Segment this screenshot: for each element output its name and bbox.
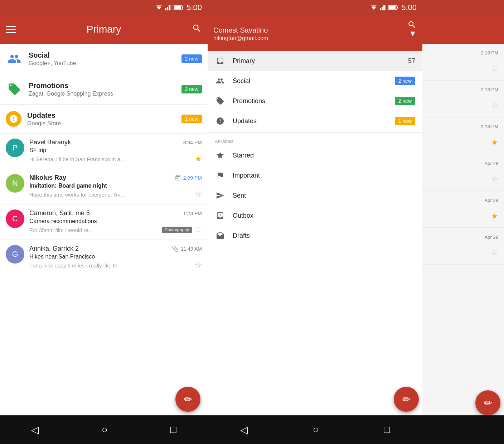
partial-fab-icon: ✏: [484, 397, 492, 409]
preview-row-cameron: For 35mm film I would re... Photography …: [29, 225, 202, 235]
svg-rect-12: [382, 7, 383, 10]
partial-email-4: Apr 28 ☆: [422, 154, 504, 191]
wifi-icon: [155, 5, 163, 10]
social-name: Social: [29, 51, 176, 59]
svg-rect-8: [174, 6, 181, 9]
right-home-button[interactable]: ○: [313, 424, 319, 435]
label-drafts: Drafts: [233, 232, 415, 240]
label-promotions: Promotions: [233, 97, 388, 105]
star-pavel[interactable]: ★: [195, 154, 202, 164]
category-social[interactable]: Social Google+, YouTube 2 new: [0, 44, 208, 74]
compose-fab[interactable]: ✏: [175, 387, 200, 412]
hamburger-menu[interactable]: [6, 26, 16, 33]
drawer-item-updates[interactable]: Updates 1 new: [208, 111, 422, 131]
svg-rect-7: [182, 6, 183, 9]
sender-nikolus: Nikolus Ray: [29, 174, 66, 182]
subject-annika: Hikes near San Francisco: [29, 254, 202, 260]
partial-email-1: 2:13 PM ☆: [422, 44, 504, 80]
email-header-cameron: Cameron, Salit, me 5 1:23 PM: [29, 209, 202, 217]
email-pavel[interactable]: P Pavel Baranyk 3:34 PM SF trip Hi Seren…: [0, 134, 208, 169]
drawer-item-primary[interactable]: Primary 57: [208, 51, 422, 71]
drawer-item-promotions[interactable]: Promotions 2 new: [208, 91, 422, 111]
drawer-promotions-icon: [215, 97, 226, 105]
right-compose-fab[interactable]: ✏: [394, 387, 419, 412]
drafts-icon: [215, 231, 226, 240]
email-cameron[interactable]: C Cameron, Salit, me 5 1:23 PM Camera re…: [0, 204, 208, 240]
partial-fab: ✏: [475, 390, 500, 415]
right-back-button[interactable]: ◁: [240, 424, 248, 436]
star-cameron[interactable]: ☆: [195, 225, 202, 235]
partial-time-4: Apr 28: [485, 161, 498, 166]
toolbar-title: Primary: [87, 24, 121, 35]
star-annika[interactable]: ☆: [195, 261, 202, 270]
sent-icon: [215, 191, 226, 200]
right-wifi-icon: [370, 5, 378, 10]
subject-cameron: Camera recommendations: [29, 218, 202, 225]
updates-name: Updates: [27, 111, 176, 120]
social-icon-wrap: [6, 50, 23, 67]
label-photography: Photography: [162, 227, 192, 233]
right-status-icons: [370, 5, 398, 10]
drawer-social-badge: 2 new: [395, 77, 415, 85]
updates-badge: 1 new: [181, 115, 202, 123]
partial-email-5: Apr 28 ★: [422, 191, 504, 228]
label-primary: Primary: [233, 57, 401, 65]
category-promotions[interactable]: Promotions Zagat, Google Shopping Expres…: [0, 74, 208, 105]
partial-star-4[interactable]: ☆: [491, 175, 498, 184]
partial-star-5[interactable]: ★: [491, 212, 498, 221]
drawer-item-starred[interactable]: Starred: [208, 145, 422, 165]
email-content-annika: Annika, Garrick 2 📎 11:49 AM Hikes near …: [29, 245, 202, 270]
drawer-item-outbox[interactable]: Outbox: [208, 206, 422, 226]
email-nikolus[interactable]: N Nikolus Ray 2:09 PM Invitation: Board …: [0, 169, 208, 204]
label-outbox: Outbox: [233, 212, 415, 219]
drawer-item-sent[interactable]: Sent: [208, 185, 422, 206]
left-nav-bar: ◁ ○ □: [0, 415, 208, 444]
recents-button[interactable]: □: [170, 424, 176, 435]
partial-fab-btn[interactable]: ✏: [475, 390, 500, 415]
home-button[interactable]: ○: [102, 424, 108, 435]
partial-email-panel: 2:13 PM ☆ 2:13 PM ☆ 2:13 PM ★ Apr 28: [422, 0, 504, 444]
email-list: Social Google+, YouTube 2 new Promotions…: [0, 44, 208, 415]
drawer-item-social[interactable]: Social 2 new: [208, 71, 422, 91]
right-phone-panel: 5:00 Comest Savatino hikingfan@gmail.com…: [208, 0, 422, 444]
label-social: Social: [233, 77, 388, 85]
promotions-badge: 2 new: [181, 85, 202, 93]
sender-annika: Annika, Garrick 2: [29, 245, 79, 252]
promotions-content: Promotions Zagat, Google Shopping Expres…: [29, 82, 176, 97]
updates-content: Updates Google Store: [27, 111, 176, 127]
label-updates: Updates: [233, 117, 388, 125]
email-annika[interactable]: G Annika, Garrick 2 📎 11:49 AM Hikes nea…: [0, 240, 208, 275]
svg-rect-16: [397, 6, 398, 9]
right-signal-icon: [380, 5, 386, 10]
partial-email-6: Apr 28 ☆: [422, 228, 504, 265]
time-cameron: 1:23 PM: [183, 211, 202, 216]
category-updates[interactable]: Updates Google Store 1 new: [0, 105, 208, 134]
back-button[interactable]: ◁: [31, 424, 39, 436]
email-header-annika: Annika, Garrick 2 📎 11:49 AM: [29, 245, 202, 252]
preview-row-annika: For a nice easy 5 miles I really like th…: [29, 261, 202, 270]
all-labels-section: All labels: [208, 134, 422, 145]
left-time: 5:00: [186, 3, 202, 12]
drawer-content: Primary 57 Social 2 new Promotions 2 new: [208, 51, 422, 415]
drawer-item-drafts[interactable]: Drafts: [208, 226, 422, 246]
preview-nikolus: Hope this time works for everyone. I'm..…: [29, 192, 192, 198]
drawer-divider: [208, 132, 422, 133]
star-nikolus[interactable]: ☆: [195, 190, 202, 199]
right-search-button[interactable]: [407, 20, 417, 32]
outbox-icon: [215, 211, 226, 220]
partial-email-3: 2:13 PM ★: [422, 117, 504, 154]
partial-time-3: 2:13 PM: [481, 124, 498, 129]
partial-star-6[interactable]: ☆: [491, 248, 498, 258]
subject-pavel: SF trip: [29, 147, 202, 154]
social-badge: 2 new: [181, 54, 202, 63]
inbox-icon: [215, 57, 226, 65]
left-status-bar: 5:00: [0, 0, 208, 15]
preview-row-pavel: Hi Serena, I'll be in San Francisco in a…: [29, 154, 202, 164]
partial-star-2[interactable]: ☆: [491, 101, 498, 110]
drawer-item-important[interactable]: Important: [208, 165, 422, 185]
search-button[interactable]: [192, 23, 202, 36]
partial-star-1[interactable]: ☆: [491, 64, 498, 73]
right-recents-button[interactable]: □: [384, 424, 390, 435]
partial-star-3[interactable]: ★: [491, 138, 498, 147]
email-content-nikolus: Nikolus Ray 2:09 PM Invitation: Board ga…: [29, 174, 202, 199]
